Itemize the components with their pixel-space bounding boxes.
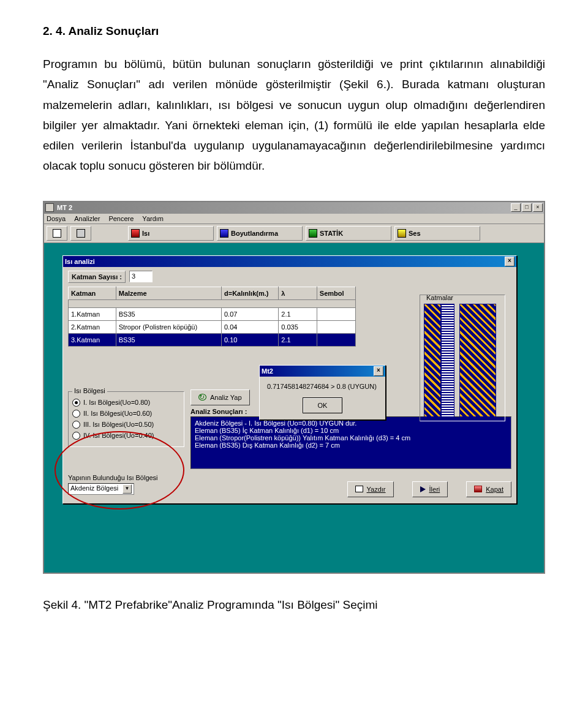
radio-icon xyxy=(72,399,80,407)
isi-bolgesi-group: Isı Bölgesi I. Isı Bölgesi(Uo=0.80) II. … xyxy=(68,391,184,447)
analyze-button[interactable]: Analiz Yap xyxy=(190,389,250,405)
radio-icon xyxy=(72,432,80,440)
workspace: Isı analizi × Katman Sayısı : 3 Katman xyxy=(44,243,544,573)
chevron-down-icon: ▼ xyxy=(123,484,132,494)
door-icon xyxy=(474,486,482,492)
toolbar-ses[interactable]: Ses xyxy=(394,226,480,241)
menu-dosya[interactable]: Dosya xyxy=(47,215,66,222)
table-row-selected[interactable]: 3.KatmanBS350.102.1 xyxy=(69,333,356,346)
col-lambda: λ xyxy=(279,287,317,299)
body-paragraph: Programın bu bölümü, bütün bulunan sonuç… xyxy=(43,54,545,176)
menubar: Dosya Analizler Pencere Yardım xyxy=(44,214,544,224)
minimize-button[interactable]: _ xyxy=(511,203,521,212)
radio-isi-3[interactable]: III. Isı Bölgesi(Uo=0.50) xyxy=(72,421,180,429)
toolbar-btn-1[interactable] xyxy=(47,226,67,241)
radio-isi-1[interactable]: I. Isı Bölgesi(Uo=0.80) xyxy=(72,399,180,407)
close-dialog-button[interactable]: Kapat xyxy=(466,481,511,497)
app-window: MT 2 _ □ × Dosya Analizler Pencere Yardı… xyxy=(43,201,545,574)
region-combo[interactable]: Akdeniz Bölgesi▼ xyxy=(68,483,134,495)
dialog-title: Isı analizi xyxy=(65,258,505,265)
layer-count-field[interactable]: 3 xyxy=(129,271,153,282)
layers-groupbox: Katmalar xyxy=(420,295,505,421)
app-icon xyxy=(45,203,54,212)
modal-message: 0.717458148274684 > 0.8 (UYGUN) xyxy=(267,383,378,390)
close-button[interactable]: × xyxy=(533,203,543,212)
maximize-button[interactable]: □ xyxy=(522,203,532,212)
menu-analizler[interactable]: Analizler xyxy=(74,215,100,222)
figure-screenshot: MT 2 _ □ × Dosya Analizler Pencere Yardı… xyxy=(43,201,545,574)
refresh-icon xyxy=(198,394,206,400)
radio-icon xyxy=(72,410,80,418)
dialog-close-button[interactable]: × xyxy=(505,257,514,266)
layers-label: Katmalar xyxy=(426,294,501,301)
results-box: Akdeniz Bölgesi - I. Isı Bölgesi (Uo=0.8… xyxy=(190,416,511,469)
layer-vis-2 xyxy=(441,304,454,417)
layer-vis-3 xyxy=(459,304,496,417)
doc-icon xyxy=(53,229,61,238)
isi-group-title: Isı Bölgesi xyxy=(72,387,107,394)
static-icon xyxy=(309,229,317,238)
col-sembol: Sembol xyxy=(317,287,355,299)
sheet-icon xyxy=(77,229,85,238)
app-titlebar: MT 2 _ □ × xyxy=(44,202,544,214)
toolbar-btn-2[interactable] xyxy=(70,226,91,241)
section-heading: 2. 4. Analiz Sonuçları xyxy=(43,24,545,38)
dialog-titlebar: Isı analizi × xyxy=(63,256,516,267)
modal-ok-button[interactable]: OK xyxy=(303,397,343,413)
app-title: MT 2 xyxy=(57,204,511,211)
col-katman: Katman xyxy=(69,287,116,299)
layer-count-label: Katman Sayısı : xyxy=(68,271,126,283)
thermo-icon xyxy=(131,229,140,238)
message-dialog: Mt2× 0.717458148274684 > 0.8 (UYGUN) OK xyxy=(259,365,385,420)
window-controls: _ □ × xyxy=(511,203,543,212)
figure-caption: Şekil 4. "MT2 Prefabrike"Analiz Programı… xyxy=(43,598,545,612)
arrow-right-icon xyxy=(420,486,426,492)
print-button[interactable]: Yazdır xyxy=(347,481,394,497)
col-d: d=Kalınlık(m.) xyxy=(222,287,279,299)
radio-isi-2[interactable]: II. Isı Bölgesi(Uo=0.60) xyxy=(72,410,180,418)
layer-table: Katman Malzeme d=Kalınlık(m.) λ Sembol 1… xyxy=(68,287,356,347)
col-malzeme: Malzeme xyxy=(116,287,221,299)
modal-close-button[interactable]: × xyxy=(374,366,383,376)
toolbar-isi[interactable]: Isı xyxy=(128,226,214,241)
table-row[interactable]: 2.KatmanStropor (Polistren köpüğü)0.040.… xyxy=(69,320,356,333)
layer-vis-1 xyxy=(424,304,441,417)
modal-title: Mt2 xyxy=(262,367,374,375)
radio-icon xyxy=(72,421,80,429)
sound-icon xyxy=(398,229,406,238)
toolbar-statik[interactable]: STATİK xyxy=(306,226,391,241)
toolbar: Isı Boyutlandırma STATİK Ses xyxy=(44,224,544,243)
analysis-dialog: Isı analizi × Katman Sayısı : 3 Katman xyxy=(62,255,517,504)
toolbar-boyut[interactable]: Boyutlandırma xyxy=(217,226,303,241)
layers-preview-group: Katmalar xyxy=(420,293,505,423)
radio-isi-4[interactable]: IV. Isı Bölgesi(Uo=0.40) xyxy=(72,432,180,440)
dim-icon xyxy=(220,229,228,238)
menu-yardim[interactable]: Yardım xyxy=(142,215,164,222)
yapi-label: Yapının Bulunduğu Isı Bölgesi xyxy=(68,474,511,481)
table-row[interactable]: 1.KatmanBS350.072.1 xyxy=(69,307,356,320)
printer-icon xyxy=(355,486,363,492)
menu-pencere[interactable]: Pencere xyxy=(108,215,134,222)
next-button[interactable]: İleri xyxy=(412,481,448,497)
